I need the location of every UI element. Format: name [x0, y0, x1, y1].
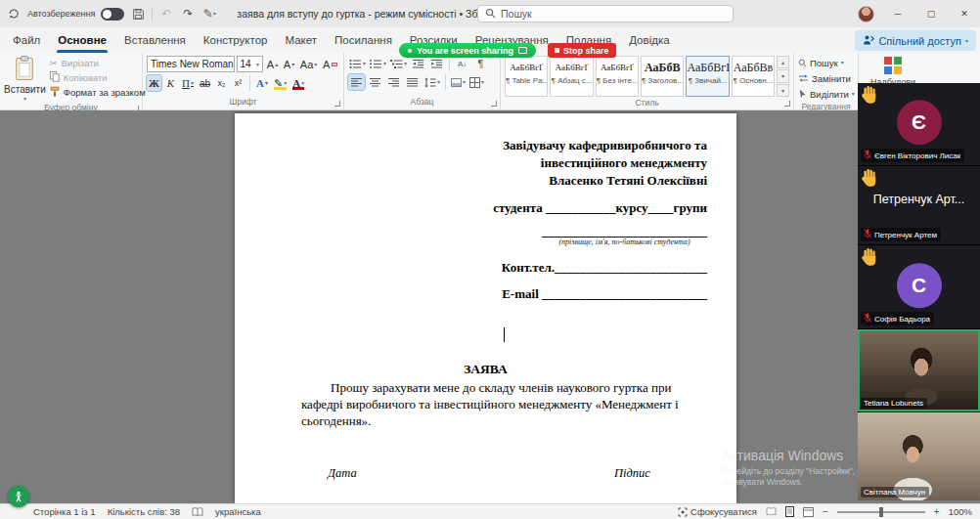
titlebar: Автозбереження ↶ ↷ ✎▾ заява для вступу д…: [0, 0, 980, 27]
replace-button[interactable]: Замінити: [798, 71, 855, 85]
subscript-button[interactable]: х₂: [214, 75, 229, 91]
format-painter-button[interactable]: Формат за зразком: [50, 85, 146, 99]
line-spacing-button[interactable]: ▾: [423, 74, 441, 90]
underline-button[interactable]: П▾: [180, 75, 196, 91]
participant-tile-svitlana[interactable]: Світлана Мовчун: [858, 412, 980, 500]
shrink-font-button[interactable]: А▾: [282, 57, 296, 72]
accessibility-button[interactable]: [8, 486, 29, 507]
find-button[interactable]: Пошук▾: [798, 56, 855, 69]
styles-scroll-down-button[interactable]: ▾: [777, 69, 789, 82]
print-layout-button[interactable]: [785, 506, 794, 517]
tab-help[interactable]: Довідка: [620, 27, 678, 53]
multilevel-list-button[interactable]: ▾: [389, 56, 408, 71]
style-card-no-spacing[interactable]: АаБбВгҐ ¶ Без інте...: [596, 56, 639, 97]
clipboard-dialog-launcher[interactable]: [133, 106, 139, 111]
maximize-button[interactable]: ▢: [921, 9, 941, 19]
sort-button[interactable]: А↓: [454, 56, 470, 71]
paragraph-dialog-launcher[interactable]: [491, 101, 497, 107]
tab-home[interactable]: Основне: [49, 27, 115, 53]
paste-label: Вставити: [4, 84, 46, 95]
tab-design[interactable]: Конструктор: [195, 27, 277, 53]
align-justify-button[interactable]: [404, 74, 421, 90]
style-card-paragraph[interactable]: АаБбВгҐ ¶ Абзац с...: [550, 56, 593, 97]
cut-button[interactable]: ✂ Вирізати: [50, 56, 146, 69]
zoom-slider-knob[interactable]: [879, 507, 883, 517]
addins-icon[interactable]: [884, 57, 902, 74]
increase-indent-button[interactable]: [428, 56, 445, 71]
change-case-button[interactable]: Аа▾: [298, 57, 319, 72]
italic-button[interactable]: К: [163, 75, 178, 91]
bold-button[interactable]: Ж: [147, 75, 161, 91]
copy-button[interactable]: Копіювати: [50, 70, 146, 84]
style-card-body-text[interactable]: АаБбВв ¶ Основн...: [732, 56, 775, 97]
language-indicator[interactable]: українська: [215, 506, 261, 517]
style-card-table[interactable]: АаБбВгҐ ¶ Table Pa...: [505, 56, 548, 97]
shading-button[interactable]: ▾: [450, 74, 467, 90]
word-count[interactable]: Кількість слів: 38: [108, 506, 180, 517]
borders-button[interactable]: ▾: [468, 74, 485, 90]
highlight-color-button[interactable]: ✎▾: [272, 75, 289, 91]
bullets-icon: [349, 59, 362, 69]
proofing-icon[interactable]: [192, 507, 203, 517]
font-color-button[interactable]: А▾: [290, 75, 306, 91]
participant-tile-petrenchuk[interactable]: Петренчук Арт... Петренчук Артем: [858, 166, 980, 244]
grow-font-button[interactable]: А▴: [265, 57, 280, 72]
strikethrough-button[interactable]: ab: [198, 75, 212, 91]
save-button[interactable]: [130, 5, 146, 22]
web-layout-button[interactable]: [803, 507, 814, 517]
paste-button[interactable]: Вставити ▾: [4, 56, 46, 102]
share-document-button[interactable]: Спільний доступ ▾: [855, 30, 976, 51]
tab-insert[interactable]: Вставлення: [115, 27, 195, 53]
stop-share-button[interactable]: Stop share: [548, 43, 616, 58]
tab-file[interactable]: Файл: [4, 27, 49, 53]
styles-dialog-launcher[interactable]: [784, 101, 790, 107]
document-page[interactable]: Завідувачу кафедривиробничого та інвести…: [235, 113, 736, 503]
page-indicator[interactable]: Сторінка 1 із 1: [33, 506, 96, 517]
focus-icon: [678, 507, 688, 517]
read-mode-button[interactable]: [766, 507, 777, 516]
focus-mode-button[interactable]: Сфокусуватися: [678, 506, 757, 517]
redo-button[interactable]: ↷: [180, 5, 196, 22]
minimize-button[interactable]: ─: [888, 9, 908, 19]
participant-name: Євген Вікторович Лисак: [874, 151, 960, 160]
font-name-select[interactable]: Times New Roman▾: [147, 56, 235, 72]
user-avatar[interactable]: [858, 6, 874, 22]
show-marks-button[interactable]: ¶: [472, 56, 489, 71]
undo-button[interactable]: ↶: [158, 5, 174, 22]
styles-gallery-expand-button[interactable]: ▾: [777, 84, 789, 97]
participant-tile-sofiia[interactable]: С Софія Бадьора: [858, 245, 980, 328]
clear-formatting-button[interactable]: А: [321, 57, 339, 72]
decrease-indent-button[interactable]: [410, 56, 426, 71]
participant-tile-yevhen[interactable]: Є Євген Вікторович Лисак: [858, 83, 980, 165]
numbering-button[interactable]: ▾: [369, 56, 387, 71]
bullets-button[interactable]: ▾: [348, 56, 367, 71]
search-box[interactable]: Пошук: [477, 5, 734, 22]
autosave-toggle[interactable]: [101, 8, 124, 21]
style-card-heading[interactable]: АаБбВ ¶ Заголов...: [641, 56, 684, 97]
align-right-button[interactable]: [385, 74, 402, 90]
text-effects-button[interactable]: А▾: [254, 75, 270, 91]
superscript-button[interactable]: х²: [231, 75, 245, 91]
tab-references[interactable]: Посилання: [326, 27, 401, 53]
zoom-level[interactable]: 100%: [949, 506, 972, 517]
close-button[interactable]: ✕: [955, 9, 974, 19]
zoom-out-button[interactable]: −: [823, 506, 828, 517]
muted-mic-icon: [864, 229, 871, 240]
borders-icon: [469, 77, 480, 88]
style-card-normal[interactable]: АаБбВгҐ ¶ Звичай...: [686, 56, 729, 97]
tab-layout[interactable]: Макет: [276, 27, 326, 53]
participant-tile-tetiana[interactable]: Tetiana Lobunets: [858, 329, 980, 411]
styles-scroll-up-button[interactable]: ▴: [777, 56, 789, 68]
align-center-icon: [369, 77, 381, 88]
zoom-in-button[interactable]: +: [934, 506, 940, 517]
font-size-select[interactable]: 14▾: [237, 56, 263, 72]
zoom-slider[interactable]: [837, 511, 925, 513]
draw-mode-button[interactable]: ✎▾: [201, 5, 217, 22]
multilevel-list-icon: [390, 59, 403, 69]
font-dialog-launcher[interactable]: [334, 101, 340, 107]
align-center-button[interactable]: [367, 74, 383, 90]
select-button[interactable]: Виділити▾: [798, 87, 855, 101]
application-body: Прошу зарахувати мене до складу членів н…: [301, 379, 706, 429]
align-left-button[interactable]: [348, 74, 365, 90]
font-group: Times New Roman▾ 14▾ А▴ А▾ Аа▾ А Ж К П▾ …: [143, 53, 344, 109]
